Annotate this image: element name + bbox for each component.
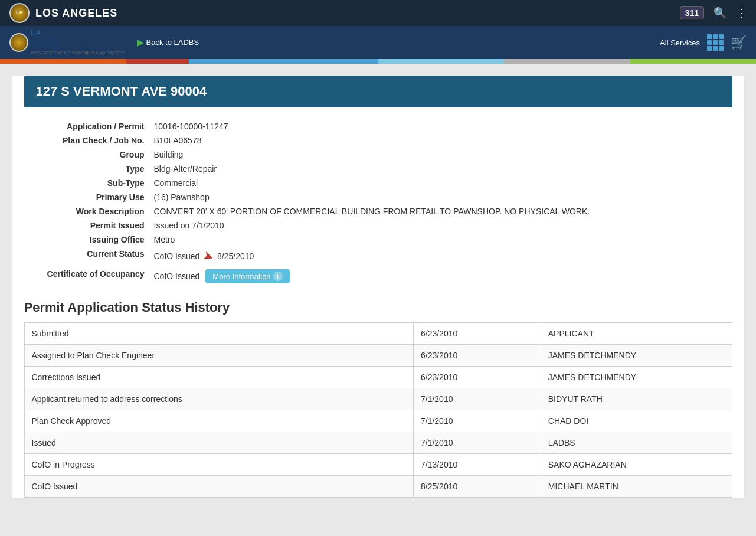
detail-row-application: Application / Permit 10016-10000-11247 (24, 119, 732, 133)
color-bar-green (630, 59, 757, 64)
label-group: Group (24, 150, 154, 159)
value-subtype: Commercial (154, 178, 198, 188)
label-permit-issued: Permit Issued (24, 221, 154, 230)
history-person: LADBS (541, 432, 732, 454)
back-link-label: Back to LADBS (146, 38, 199, 47)
detail-row-cofo: Certificate of Occupancy CofO Issued Mor… (24, 267, 732, 286)
history-section-title: Permit Application Status History (24, 300, 732, 315)
history-status: Corrections Issued (24, 367, 413, 388)
label-application: Application / Permit (24, 122, 154, 131)
la-small-seal-icon (9, 33, 28, 52)
history-date: 6/23/2010 (413, 367, 541, 388)
table-row: CofO Issued8/25/2010MICHAEL MARTIN (24, 476, 732, 498)
history-person: JAMES DETCHMENDY (541, 367, 732, 388)
table-row: Submitted6/23/2010APPLICANT (24, 323, 732, 345)
grid-dot (719, 46, 724, 51)
sec-nav: LA DBS DEPARTMENT OF BUILDING AND SAFETY… (0, 26, 756, 59)
history-status: CofO Issued (24, 476, 413, 498)
history-status: Plan Check Approved (24, 410, 413, 432)
top-nav-right: 311 🔍 ⋮ (680, 6, 747, 19)
detail-row-plan-check: Plan Check / Job No. B10LA06578 (24, 133, 732, 148)
cofo-row: CofO Issued More Information i (154, 269, 290, 283)
search-icon[interactable]: 🔍 (714, 6, 726, 19)
value-cofo: CofO Issued More Information i (154, 269, 290, 283)
cart-icon[interactable]: 🛒 (731, 35, 747, 50)
value-plan-check: B10LA06578 (154, 136, 202, 145)
sec-nav-right: All Services 🛒 (660, 34, 747, 51)
history-date: 6/23/2010 (413, 345, 541, 367)
top-nav: LA LOS ANGELES 311 🔍 ⋮ (0, 0, 756, 26)
label-primary-use: Primary Use (24, 192, 154, 202)
history-date: 7/1/2010 (413, 432, 541, 454)
dbs-badge: LA DBS DEPARTMENT OF BUILDING AND SAFETY (9, 29, 125, 56)
permit-details: Application / Permit 10016-10000-11247 P… (24, 119, 732, 286)
red-arrow-annotation: ➤ (201, 248, 216, 266)
label-current-status: Current Status (24, 249, 154, 264)
grid-apps-icon[interactable]: ⋮ (736, 6, 747, 19)
label-type: Type (24, 164, 154, 174)
la-seal-icon: LA (9, 3, 30, 23)
history-status: Assigned to Plan Check Engineer (24, 345, 413, 367)
table-row: Issued7/1/2010LADBS (24, 432, 732, 454)
history-date: 6/23/2010 (413, 323, 541, 345)
label-cofo: Certificate of Occupancy (24, 269, 154, 283)
detail-row-permit-issued: Permit Issued Issued on 7/1/2010 (24, 218, 732, 233)
color-bar-red (126, 59, 189, 64)
city-name: LOS ANGELES (35, 7, 117, 19)
value-current-status: CofO Issued ➤ 8/25/2010 (154, 249, 254, 264)
detail-row-subtype: Sub-Type Commercial (24, 176, 732, 190)
color-bar-ltblue (378, 59, 505, 64)
address-header: 127 S VERMONT AVE 90004 (24, 76, 732, 107)
detail-row-issuing-office: Issuing Office Metro (24, 233, 732, 247)
cofo-issued-text: CofO Issued (154, 272, 200, 281)
status-history-section: Permit Application Status History Submit… (24, 300, 732, 498)
history-person: MICHAEL MARTIN (541, 476, 732, 498)
dbs-big-text: DBS (31, 37, 125, 51)
detail-row-primary-use: Primary Use (16) Pawnshop (24, 190, 732, 204)
detail-row-current-status: Current Status CofO Issued ➤ 8/25/2010 (24, 247, 732, 267)
grid-dot (713, 46, 718, 51)
color-bar (0, 59, 756, 64)
back-arrow-icon: ▶ (137, 37, 144, 48)
grid-dot (707, 46, 712, 51)
grid-dot (713, 40, 718, 45)
value-group: Building (154, 150, 184, 159)
label-plan-check: Plan Check / Job No. (24, 136, 154, 145)
history-person: JAMES DETCHMENDY (541, 345, 732, 367)
grid-dot (713, 34, 718, 39)
label-work-desc: Work Description (24, 207, 154, 216)
dbs-label: LA DBS DEPARTMENT OF BUILDING AND SAFETY (31, 29, 125, 56)
label-subtype: Sub-Type (24, 178, 154, 188)
color-bar-blue (189, 59, 378, 64)
badge-311[interactable]: 311 (680, 6, 704, 19)
grid-dot (719, 40, 724, 45)
more-info-label: More Information (212, 272, 270, 281)
value-type: Bldg-Alter/Repair (154, 164, 217, 174)
sec-nav-left: LA DBS DEPARTMENT OF BUILDING AND SAFETY… (9, 29, 199, 56)
main-content: 127 S VERMONT AVE 90004 Application / Pe… (12, 76, 744, 498)
all-services-label: All Services (660, 38, 700, 47)
back-to-ladbs-link[interactable]: ▶ Back to LADBS (137, 37, 199, 48)
top-nav-left: LA LOS ANGELES (9, 3, 117, 23)
value-work-desc: CONVERT 20' X 60' PORTION OF COMMERCIAL … (154, 207, 590, 216)
history-date: 7/1/2010 (413, 388, 541, 410)
more-information-button[interactable]: More Information i (205, 269, 289, 283)
label-issuing-office: Issuing Office (24, 235, 154, 244)
grid-dot (707, 34, 712, 39)
value-primary-use: (16) Pawnshop (154, 192, 210, 202)
value-permit-issued: Issued on 7/1/2010 (154, 221, 224, 230)
history-person: CHAD DOI (541, 410, 732, 432)
history-person: SAKO AGHAZARIAN (541, 454, 732, 476)
history-date: 7/1/2010 (413, 410, 541, 432)
detail-row-type: Type Bldg-Alter/Repair (24, 162, 732, 176)
page-wrapper: LA LOS ANGELES 311 🔍 ⋮ LA DBS DEPARTMENT… (0, 0, 756, 536)
color-bar-gray (504, 59, 630, 64)
dept-text: DEPARTMENT OF BUILDING AND SAFETY (31, 51, 125, 56)
value-issuing-office: Metro (154, 235, 175, 244)
info-circle-icon: i (273, 272, 283, 281)
detail-row-group: Group Building (24, 148, 732, 162)
history-status: Issued (24, 432, 413, 454)
table-row: CofO in Progress7/13/2010SAKO AGHAZARIAN (24, 454, 732, 476)
history-person: APPLICANT (541, 323, 732, 345)
services-grid-icon[interactable] (707, 34, 724, 51)
